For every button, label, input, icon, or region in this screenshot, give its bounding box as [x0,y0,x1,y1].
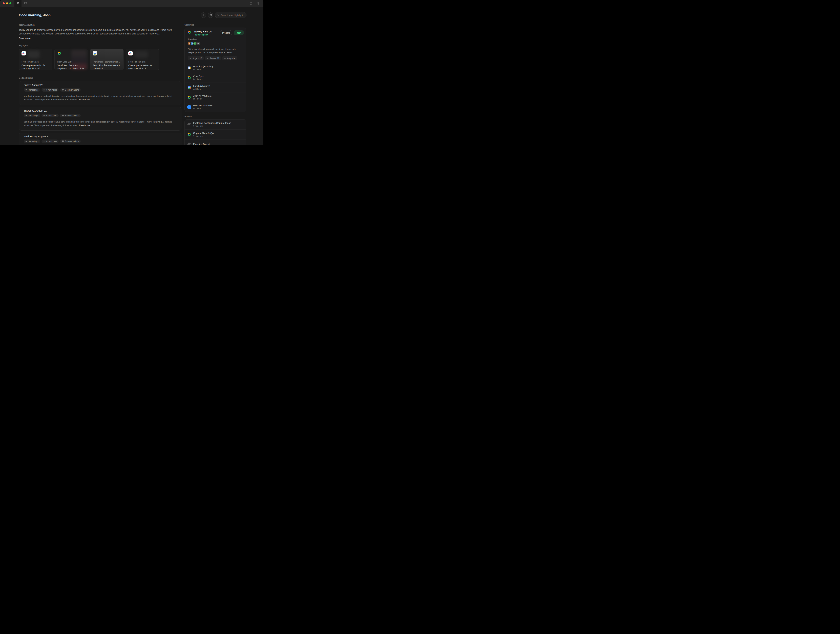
reminders-badge: 6 reminders [41,88,58,92]
highlight-app-window: Good morning, Josh Today, Aug [0,0,264,145]
event-title: Core Sync [193,75,204,77]
google-meet-icon [187,95,191,99]
new-tab-button[interactable] [30,0,36,7]
event-title: Josh <> Vaun 1:1 [193,95,212,97]
checklist-icon [43,140,45,142]
recent-item[interactable]: Exploring Continuous Capture Ideas 1 hou… [185,120,246,130]
google-meet-icon [188,30,192,34]
prepare-button[interactable]: Prepare [220,30,232,35]
highlights-label: Highlights [19,44,180,47]
search-input[interactable] [221,14,244,16]
add-to-calendar-button[interactable] [208,13,213,18]
blurred-thumbnail [28,51,40,58]
meeting-status: Happening now [194,33,220,36]
google-meet-icon [187,76,191,80]
recent-item[interactable]: Capture Sync & QA 1 hour ago [185,130,246,139]
search-icon [217,14,220,17]
event-time: in 1 hour [193,108,212,110]
google-meet-icon [187,133,191,136]
event-row[interactable]: Core Sync in 2 hours [185,73,246,82]
google-calendar-icon: 31 [187,66,191,70]
past-meeting-chips: August 18 August 11 August 4 [188,56,243,60]
settings-button[interactable] [257,2,260,5]
recent-item[interactable]: Planning Digest [185,139,246,145]
recents-label: Recents [185,115,246,118]
google-meet-icon [57,51,62,55]
day-summary: You had a focused and collaborative day,… [24,94,176,101]
recents-card: Exploring Continuous Capture Ideas 1 hou… [185,119,246,145]
chat-bubbles-icon [187,142,191,145]
meeting-title: Weekly Kick-Off [194,30,220,33]
minimize-window-button[interactable] [6,2,8,5]
help-button[interactable] [249,2,253,5]
read-more-link[interactable]: Read more [79,98,90,101]
event-time: in 2 hours [193,78,204,81]
highlight-card[interactable]: From Core Sync Send Sam the latest ampli… [54,49,88,70]
window-tab-bar [0,0,264,7]
waveform-icon [207,57,208,59]
day-summary-card[interactable]: Wednesday, August 20 3 meetings 6 remind… [19,133,182,145]
page-title: Good morning, Josh [19,13,201,17]
highlight-cards: From Pim in Slack Create presentation fo… [19,49,180,70]
highlight-card[interactable]: From Inbox - josh@highlight.in... Send P… [90,49,123,70]
highlight-card[interactable]: From Pim in Slack Create presentation fo… [126,49,159,70]
day-summary: You had a focused and collaborative day,… [24,120,176,127]
highlight-title: Create presentation for Monday’s kick-of… [22,64,50,70]
chat-icon [62,140,64,142]
recent-title: Planning Digest [193,143,210,145]
zoom-icon: zoom [187,105,191,109]
meetings-badge: 3 meetings [24,88,40,92]
read-more-link[interactable]: Read more [79,124,90,126]
checklist-icon [43,89,45,91]
day-title: Wednesday, August 20 [24,135,177,138]
event-row[interactable]: zoom PM User Interview in 1 hour [185,102,246,112]
event-time: in 4 hours [193,98,212,100]
event-title: PM User Interview [193,104,212,107]
camera-icon [25,114,28,117]
today-date-label: Today, August 25 [19,24,180,26]
reminders-badge: 6 reminders [41,114,58,117]
home-icon [16,2,19,5]
highlight-source: From Core Sync [57,61,85,63]
waveform-icon [224,57,226,59]
tab-sessions[interactable] [22,0,30,7]
slack-icon [128,51,133,55]
past-meeting-chip[interactable]: August 18 [188,56,204,60]
more-attendees-badge[interactable]: +9 [196,42,201,45]
zoom-window-button[interactable] [9,2,11,5]
meetings-badge: 3 meetings [24,114,40,117]
close-window-button[interactable] [3,2,5,5]
chat-icon [62,114,64,117]
attendee-avatars: S P S +9 [188,42,243,45]
checklist-icon [43,114,45,117]
event-row[interactable]: 31 Planning (30 mins) in 1 hour [185,63,246,73]
day-summary-card[interactable]: Friday, August 22 3 meetings 6 reminders… [19,81,182,105]
search-bar[interactable] [215,12,246,18]
chrome-icon [93,51,97,55]
meeting-row[interactable]: Weekly Kick-Off Happening now Prepare Jo… [185,28,246,36]
today-summary: Today you made steady progress on your t… [19,28,177,35]
event-row[interactable]: 31 Lunch (45 mins) in 3 hour [185,82,246,92]
tab-home[interactable] [14,0,22,7]
past-meeting-chip[interactable]: August 4 [222,56,237,60]
camera-icon [25,140,28,142]
recent-time: 1 hour ago [193,125,231,127]
upcoming-label: Upcoming [185,24,246,26]
day-summary-card[interactable]: Thursday, August 21 3 meetings 6 reminde… [19,107,182,131]
recent-title: Exploring Continuous Capture Ideas [193,122,231,124]
highlight-title: Create presentation for Monday’s kick-of… [128,64,156,70]
highlight-card[interactable]: From Pim in Slack Create presentation fo… [19,49,52,70]
conversations-badge: 8 conversations [60,88,81,92]
join-button[interactable]: Join [234,30,244,35]
voice-capture-button[interactable] [201,13,206,18]
waveform-icon [202,13,205,17]
past-meeting-chip[interactable]: August 11 [205,56,221,60]
highlight-source: From Pim in Slack [22,61,50,63]
chat-icon [62,89,64,91]
calendar-add-icon [209,13,212,17]
event-row[interactable]: Josh <> Vaun 1:1 in 4 hours [185,92,246,102]
google-calendar-icon: 31 [187,86,191,89]
event-time: in 3 hour [193,88,210,90]
recent-title: Capture Sync & QA [193,132,214,134]
read-more-link[interactable]: Read more [19,37,31,40]
